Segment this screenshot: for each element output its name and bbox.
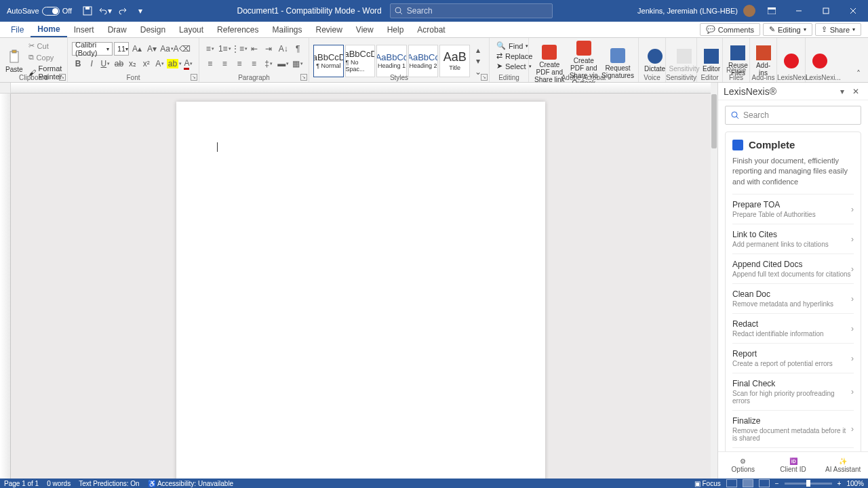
- taskpane-dropdown-icon[interactable]: ▾: [835, 85, 849, 98]
- comments-button[interactable]: 💬Comments: [700, 23, 760, 36]
- footer-ai-assistant-button[interactable]: ✨AI Assistant: [818, 452, 868, 479]
- user-name[interactable]: Jenkins, Jeremiah (LNG-HBE): [637, 7, 738, 15]
- undo-icon[interactable]: ▾: [98, 3, 113, 18]
- taskpane-item-link-to-cites[interactable]: Link to CitesAdd permanent links to cita…: [732, 224, 854, 253]
- justify-icon[interactable]: ≡: [248, 57, 261, 70]
- increase-indent-icon[interactable]: ⇥: [262, 42, 276, 56]
- horizontal-ruler[interactable]: [11, 83, 711, 94]
- shading-icon[interactable]: ▬: [277, 57, 290, 70]
- close-icon[interactable]: [842, 3, 864, 18]
- style-heading2[interactable]: AaBbCcHeading 2: [408, 45, 439, 77]
- tab-file[interactable]: File: [4, 23, 31, 37]
- vertical-ruler[interactable]: [0, 94, 11, 479]
- show-marks-icon[interactable]: ¶: [292, 42, 305, 56]
- editing-mode-button[interactable]: ✎Editing▾: [763, 23, 812, 36]
- search-box[interactable]: Search: [390, 3, 553, 18]
- bullets-icon[interactable]: ≡: [203, 42, 217, 56]
- taskpane-item-final-check[interactable]: Final CheckScan for high priority proofr…: [732, 373, 854, 410]
- style-title[interactable]: AaBTitle: [439, 45, 470, 77]
- styles-dialog-launcher[interactable]: ↘: [481, 74, 488, 81]
- share-button[interactable]: ⇪Share▾: [815, 23, 861, 36]
- select-button[interactable]: ➤Select▾: [496, 61, 521, 71]
- zoom-slider[interactable]: [785, 483, 832, 485]
- qat-more-icon[interactable]: ▾: [133, 3, 148, 18]
- multilevel-icon[interactable]: ⋮≡: [233, 42, 246, 56]
- font-size-combo[interactable]: 11▾: [114, 42, 129, 56]
- read-mode-icon[interactable]: [726, 479, 737, 487]
- superscript-icon[interactable]: x²: [140, 57, 153, 70]
- tab-draw[interactable]: Draw: [101, 23, 134, 37]
- decrease-indent-icon[interactable]: ⇤: [248, 42, 261, 56]
- print-layout-icon[interactable]: [743, 479, 753, 487]
- taskpane-item-finalize[interactable]: FinalizeRemove document metadata before …: [732, 410, 854, 447]
- align-center-icon[interactable]: ≡: [218, 57, 232, 70]
- style-heading1[interactable]: AaBbCcHeading 1: [376, 45, 407, 77]
- styles-scroll-up-icon[interactable]: ▴: [471, 45, 485, 56]
- font-color-icon[interactable]: A: [182, 57, 195, 70]
- word-count[interactable]: 0 words: [47, 480, 71, 487]
- tab-review[interactable]: Review: [309, 23, 349, 37]
- focus-mode[interactable]: ▣ Focus: [694, 480, 721, 487]
- tab-layout[interactable]: Layout: [172, 23, 210, 37]
- style-normal[interactable]: AaBbCcDd¶ Normal: [313, 45, 344, 77]
- taskpane-close-icon[interactable]: ✕: [849, 85, 863, 98]
- bold-icon[interactable]: B: [72, 57, 84, 70]
- footer-client-id-button[interactable]: 🆔Client ID: [768, 452, 818, 479]
- tab-acrobat[interactable]: Acrobat: [410, 23, 452, 37]
- zoom-in-icon[interactable]: +: [837, 480, 842, 487]
- align-right-icon[interactable]: ≡: [233, 57, 246, 70]
- line-spacing-icon[interactable]: ‡: [262, 57, 275, 70]
- grow-font-icon[interactable]: A▴: [130, 42, 144, 56]
- zoom-out-icon[interactable]: −: [775, 480, 779, 487]
- maximize-icon[interactable]: [815, 3, 837, 18]
- clipboard-dialog-launcher[interactable]: ↘: [59, 74, 66, 81]
- font-dialog-launcher[interactable]: ↘: [191, 74, 197, 81]
- minimize-icon[interactable]: [788, 3, 810, 18]
- vertical-scrollbar[interactable]: [711, 94, 717, 479]
- numbering-icon[interactable]: 1≡: [218, 42, 232, 56]
- tab-design[interactable]: Design: [134, 23, 172, 37]
- change-case-icon[interactable]: Aa: [160, 42, 174, 56]
- taskpane-item-report[interactable]: ReportCreate a report of potential error…: [732, 343, 854, 373]
- accessibility-status[interactable]: ♿ Accessibility: Unavailable: [148, 480, 234, 487]
- web-layout-icon[interactable]: [759, 479, 770, 487]
- underline-icon[interactable]: U: [99, 57, 111, 70]
- highlight-icon[interactable]: ab: [167, 57, 181, 70]
- strikethrough-icon[interactable]: ab: [113, 57, 125, 70]
- paragraph-dialog-launcher[interactable]: ↘: [300, 74, 307, 81]
- sort-icon[interactable]: A↓: [277, 42, 290, 56]
- subscript-icon[interactable]: x₂: [127, 57, 139, 70]
- document-area[interactable]: [11, 94, 711, 479]
- collapse-ribbon-icon[interactable]: ˄: [852, 67, 865, 81]
- page-indicator[interactable]: Page 1 of 1: [4, 480, 39, 487]
- text-effects-icon[interactable]: A: [154, 57, 166, 70]
- tab-mailings[interactable]: Mailings: [265, 23, 309, 37]
- footer-options-button[interactable]: ⚙Options: [718, 452, 768, 479]
- redo-icon[interactable]: [115, 3, 130, 18]
- styles-scroll-down-icon[interactable]: ▾: [471, 56, 485, 66]
- zoom-knob[interactable]: [806, 480, 810, 487]
- taskpane-item-prepare-toa[interactable]: Prepare TOAPrepare Table of Authorities›: [732, 194, 854, 224]
- scrollbar-thumb[interactable]: [711, 94, 717, 148]
- shrink-font-icon[interactable]: A▾: [145, 42, 159, 56]
- italic-icon[interactable]: I: [85, 57, 98, 70]
- find-button[interactable]: 🔍Find▾: [496, 41, 521, 51]
- tab-home[interactable]: Home: [31, 22, 66, 37]
- ribbon-display-icon[interactable]: [761, 3, 783, 18]
- borders-icon[interactable]: ▦: [291, 57, 304, 70]
- style-no-spacing[interactable]: AaBbCcDd¶ No Spac...: [345, 45, 376, 77]
- align-left-icon[interactable]: ≡: [203, 57, 217, 70]
- user-avatar[interactable]: [743, 5, 755, 17]
- page[interactable]: [176, 102, 545, 479]
- taskpane-search[interactable]: Search: [725, 106, 861, 125]
- tab-references[interactable]: References: [210, 23, 265, 37]
- taskpane-item-redact[interactable]: RedactRedact identifiable information›: [732, 313, 854, 343]
- save-icon[interactable]: [80, 3, 95, 18]
- zoom-level[interactable]: 100%: [846, 480, 864, 487]
- clear-format-icon[interactable]: A⌫: [175, 42, 189, 56]
- tab-help[interactable]: Help: [380, 23, 411, 37]
- autosave-toggle[interactable]: AutoSave Off: [3, 7, 76, 16]
- font-name-combo[interactable]: Calibri (Body)▾: [72, 42, 113, 56]
- replace-button[interactable]: ⇄Replace: [496, 51, 521, 61]
- text-predictions[interactable]: Text Predictions: On: [79, 480, 139, 487]
